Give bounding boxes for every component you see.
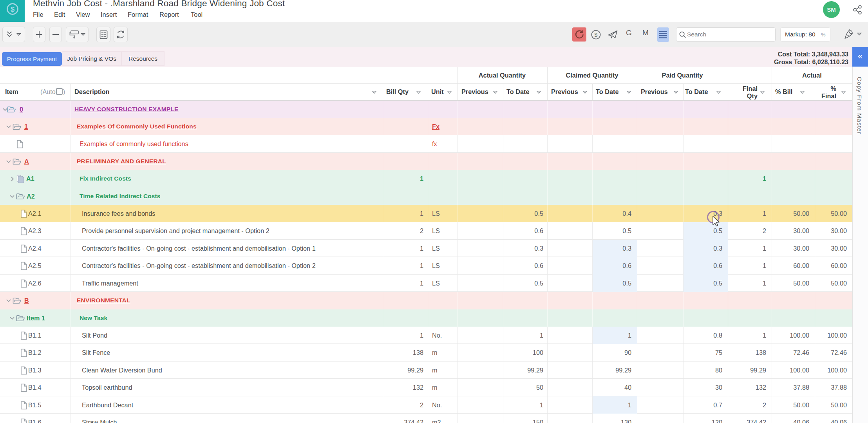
svg-text:$: $ [11, 5, 15, 13]
svg-text:$: $ [595, 32, 598, 38]
